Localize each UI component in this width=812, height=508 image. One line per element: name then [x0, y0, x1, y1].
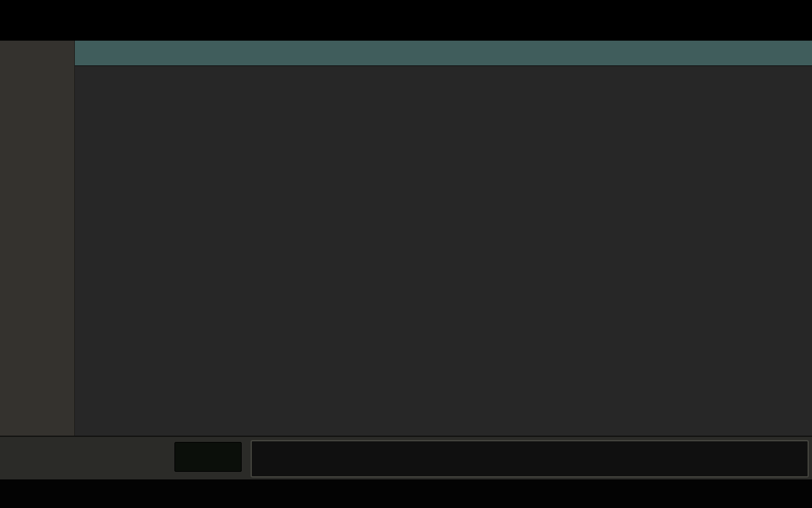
android-system-bar: [0, 479, 812, 508]
toolbar: [0, 13, 812, 41]
window-title-bar: [0, 0, 812, 13]
app-window: [0, 0, 812, 508]
project-overview[interactable]: [251, 440, 809, 478]
track-inspector: [0, 41, 75, 436]
timeline-ruler[interactable]: [75, 41, 812, 66]
arrangement-area[interactable]: [75, 66, 812, 436]
transport-bar: [0, 436, 812, 479]
time-display[interactable]: [174, 442, 242, 472]
